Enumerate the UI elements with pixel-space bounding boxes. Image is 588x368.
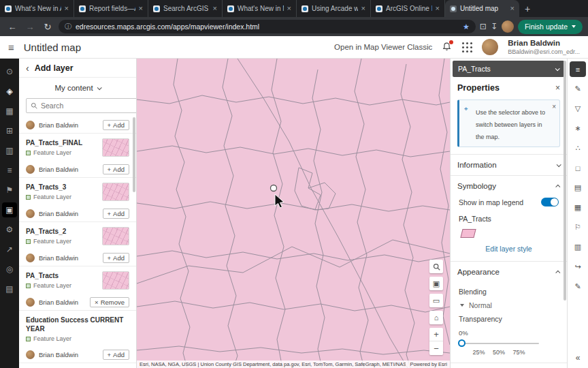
tab-close-icon[interactable]: × bbox=[65, 5, 69, 12]
add-layer-button[interactable]: +Add bbox=[103, 120, 129, 130]
back-icon[interactable]: ← bbox=[5, 22, 19, 31]
appearance-body: Blending Normal Transparency 0% 25% 50% … bbox=[451, 288, 567, 357]
app-launcher-icon[interactable] bbox=[462, 42, 472, 52]
add-widgets-icon[interactable]: ⊞ bbox=[2, 123, 17, 138]
zoom-in-button[interactable]: + bbox=[429, 328, 443, 341]
powered-by-esri[interactable]: Powered by Esri bbox=[410, 361, 447, 367]
transparency-slider[interactable] bbox=[459, 339, 539, 348]
layer-card[interactable]: PA_Tracts_2 Feature Layer bbox=[19, 222, 136, 250]
effects-icon[interactable]: ∗ bbox=[570, 121, 586, 136]
save-icon[interactable]: ▣ bbox=[2, 202, 17, 217]
tab-close-icon[interactable]: × bbox=[436, 5, 440, 12]
basemap-icon[interactable]: ▦ bbox=[2, 104, 17, 119]
collapse-panel-icon[interactable]: « bbox=[576, 353, 581, 363]
tab-close-icon[interactable]: × bbox=[287, 5, 291, 12]
share-icon[interactable]: ↪ bbox=[570, 259, 586, 275]
map-title[interactable]: Untitled map bbox=[24, 42, 81, 53]
browser-tab[interactable]: Report fields—ArcG× bbox=[74, 0, 148, 17]
panel-scrollbar[interactable] bbox=[564, 61, 566, 301]
labels-icon[interactable]: ⚐ bbox=[570, 219, 586, 235]
edit-layer-style-link[interactable]: Edit layer style bbox=[459, 245, 559, 253]
layer-card[interactable]: Education Success CURRENT YEAR Feature L… bbox=[19, 311, 136, 347]
properties-panel: PA_Tracts Properties × ⌖ Use the selecto… bbox=[450, 59, 567, 368]
menu-icon[interactable]: ≡ bbox=[8, 42, 14, 52]
layer-search[interactable] bbox=[26, 98, 137, 113]
browser-tab[interactable]: Search ArcGIS Blog× bbox=[148, 0, 223, 17]
layer-card[interactable]: PA_Tracts_3 Feature Layer bbox=[19, 178, 136, 206]
open-classic-link[interactable]: Open in Map Viewer Classic bbox=[334, 43, 432, 51]
esri-favicon bbox=[301, 5, 308, 12]
user-avatar[interactable] bbox=[482, 39, 498, 55]
map-canvas[interactable]: ▣ ▭ ⌂ + − Esri, NASA, NGA, USGS | Union … bbox=[137, 59, 450, 368]
section-symbology[interactable]: Symbology bbox=[451, 176, 567, 196]
search-input[interactable] bbox=[41, 102, 133, 110]
bookmark-star-icon[interactable]: ★ bbox=[463, 23, 470, 31]
filter-icon[interactable]: ▽ bbox=[570, 101, 586, 117]
bookmarks-icon[interactable]: ⚑ bbox=[2, 183, 17, 198]
new-tab-button[interactable]: + bbox=[519, 1, 536, 17]
reload-icon[interactable]: ↻ bbox=[41, 22, 54, 31]
properties-icon[interactable]: ≡ bbox=[570, 61, 586, 77]
section-appearance[interactable]: Appearance bbox=[451, 262, 567, 282]
basemap-button[interactable]: ▣ bbox=[429, 277, 443, 290]
back-chevron-icon[interactable]: ‹ bbox=[26, 63, 29, 73]
legend-toggle[interactable] bbox=[541, 198, 559, 206]
add-layer-button[interactable]: +Add bbox=[103, 350, 129, 360]
browser-tab-active[interactable]: Untitled map× bbox=[445, 0, 519, 17]
browser-tab[interactable]: What's New in ArcG× bbox=[0, 0, 74, 17]
tab-close-icon[interactable]: × bbox=[361, 5, 365, 12]
blend-mode-select[interactable]: Normal bbox=[460, 301, 559, 309]
add-layer-button[interactable]: +Add bbox=[103, 209, 129, 219]
layer-card[interactable]: PA_Tracts Feature Layer bbox=[19, 266, 136, 294]
remove-layer-button[interactable]: ×Remove bbox=[90, 297, 129, 307]
settings-icon[interactable]: ⚙ bbox=[2, 222, 17, 237]
add-layer-button[interactable]: +Add bbox=[103, 253, 129, 263]
url-text[interactable]: edresources.maps.arcgis.com/apps/mapview… bbox=[76, 22, 459, 31]
table-icon[interactable]: ≡ bbox=[2, 163, 17, 178]
notifications-bell-icon[interactable] bbox=[442, 42, 453, 52]
home-button[interactable]: ⌂ bbox=[429, 311, 443, 324]
clustering-icon[interactable]: ∴ bbox=[570, 140, 586, 156]
browser-tab[interactable]: Using Arcade with A× bbox=[297, 0, 371, 17]
add-layer-button[interactable]: +Add bbox=[103, 164, 129, 174]
print-icon[interactable]: ▤ bbox=[2, 281, 17, 296]
layers-icon[interactable]: ◈ bbox=[2, 84, 17, 99]
finish-update-button[interactable]: Finish update bbox=[518, 20, 583, 34]
panel-scrollbar[interactable] bbox=[133, 117, 135, 192]
styles-icon[interactable]: ✎ bbox=[570, 81, 586, 97]
owner-avatar bbox=[26, 350, 35, 359]
close-icon[interactable]: × bbox=[552, 104, 556, 110]
layer-card[interactable]: PA_Tracts_FINAL Feature Layer bbox=[19, 134, 136, 162]
content-scope-dropdown[interactable]: My content bbox=[19, 78, 136, 98]
slider-handle[interactable] bbox=[458, 339, 466, 347]
tab-close-icon[interactable]: × bbox=[213, 5, 217, 12]
zoom-out-button[interactable]: − bbox=[429, 341, 443, 355]
owner-avatar bbox=[26, 254, 35, 262]
attribute-table-icon[interactable]: ▦ bbox=[570, 200, 586, 215]
browser-tab[interactable]: What's New in Map× bbox=[223, 0, 297, 17]
extensions-icon[interactable]: ⊡ bbox=[480, 22, 487, 31]
browser-tab[interactable]: ArcGIS Online Repo× bbox=[371, 0, 445, 17]
site-info-icon[interactable]: ⓘ bbox=[65, 23, 71, 30]
share-icon[interactable]: ↗ bbox=[2, 242, 17, 257]
close-icon[interactable]: × bbox=[555, 84, 560, 92]
forms-icon[interactable]: ▥ bbox=[570, 239, 586, 255]
basemap-icon: ▣ bbox=[433, 279, 440, 288]
screen-button[interactable]: ▭ bbox=[429, 294, 443, 307]
edit-icon[interactable]: ✎ bbox=[570, 279, 586, 294]
forward-icon[interactable]: → bbox=[23, 22, 37, 31]
search-icon[interactable]: ◎ bbox=[2, 262, 17, 277]
map-search-button[interactable] bbox=[429, 260, 443, 273]
tab-close-icon[interactable]: × bbox=[139, 5, 143, 12]
browser-profile-avatar[interactable] bbox=[502, 20, 514, 33]
layer-selector-dropdown[interactable]: PA_Tracts bbox=[453, 61, 564, 77]
charts-icon[interactable]: ▥ bbox=[2, 143, 17, 158]
section-visibility[interactable]: Visibility bbox=[451, 363, 567, 368]
section-information[interactable]: Information bbox=[451, 155, 567, 175]
popups-icon[interactable]: □ bbox=[570, 160, 586, 176]
downloads-icon[interactable]: ↧ bbox=[491, 22, 497, 31]
fields-icon[interactable]: ▤ bbox=[570, 180, 586, 196]
address-bar[interactable]: ⓘ edresources.maps.arcgis.com/apps/mapvi… bbox=[59, 20, 476, 33]
tab-close-icon[interactable]: × bbox=[510, 5, 514, 12]
open-circle-icon[interactable]: ⊙ bbox=[2, 64, 17, 79]
